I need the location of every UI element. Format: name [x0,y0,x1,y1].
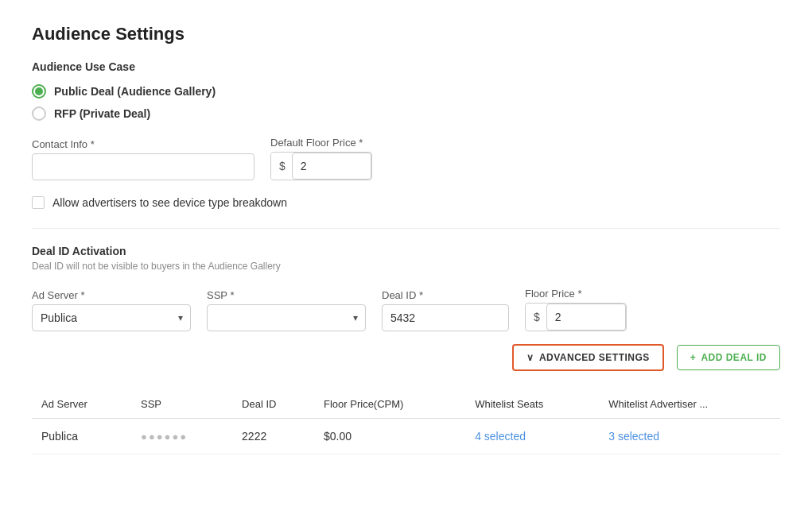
deal-floor-price-wrapper: $ [525,303,627,331]
ad-server-group: Ad Server * Publica Other ▾ [32,289,191,331]
radio-rfp-label: RFP (Private Deal) [54,107,150,120]
cell-floor-price: $0.00 [314,419,465,454]
cell-ssp-masked: ●●●●●● [141,431,188,443]
section-divider [32,228,780,229]
table-body: Publica ●●●●●● 2222 $0.00 4 selected 3 s… [32,419,780,454]
floor-price-input[interactable] [292,153,371,180]
ssp-select[interactable] [207,304,366,331]
table-header: Ad Server SSP Deal ID Floor Price(CPM) W… [32,390,780,419]
advanced-settings-button[interactable]: ∨ ADVANCED SETTINGS [512,344,663,371]
deal-id-activation-subtitle: Deal ID will not be visible to buyers in… [32,261,780,272]
deal-floor-price-label: Floor Price * [525,288,627,300]
cell-whitelist-seats: 4 selected [465,419,599,454]
deal-id-activation-title: Deal ID Activation [32,245,780,257]
contact-floor-price-row: Contact Info * Default Floor Price * $ [32,137,780,180]
ssp-group: SSP * ▾ [207,289,366,331]
ssp-label: SSP * [207,289,366,301]
cell-ssp: ●●●●●● [131,419,232,454]
audience-use-case-radio-group: Public Deal (Audience Gallery) RFP (Priv… [32,84,780,121]
floor-price-group: Default Floor Price * $ [270,137,372,180]
col-floor-price: Floor Price(CPM) [314,390,465,419]
contact-info-label: Contact Info * [32,138,254,150]
table-header-row: Ad Server SSP Deal ID Floor Price(CPM) W… [32,390,780,419]
contact-info-group: Contact Info * [32,138,254,180]
col-deal-id: Deal ID [232,390,314,419]
cell-whitelist-advertiser: 3 selected [599,419,780,454]
deal-table-container: Ad Server SSP Deal ID Floor Price(CPM) W… [32,390,780,454]
advertisers-checkbox-label: Allow advertisers to see device type bre… [52,196,287,209]
deal-id-group: Deal ID * [382,289,509,331]
col-ad-server: Ad Server [32,390,131,419]
col-whitelist-advertiser: Whitelist Advertiser ... [599,390,780,419]
add-deal-id-button[interactable]: + ADD DEAL ID [677,345,780,370]
deal-form-row: Ad Server * Publica Other ▾ SSP * ▾ Deal… [32,288,780,331]
cell-deal-id: 2222 [232,419,314,454]
add-deal-id-label: ADD DEAL ID [701,352,767,363]
advertisers-checkbox[interactable] [32,196,45,209]
deal-floor-price-group: Floor Price * $ [525,288,627,331]
floor-price-label: Default Floor Price * [270,137,372,149]
ad-server-label: Ad Server * [32,289,191,301]
col-ssp: SSP [131,390,232,419]
ad-server-select[interactable]: Publica Other [32,304,191,331]
deal-id-label: Deal ID * [382,289,509,301]
audience-use-case-label: Audience Use Case [32,60,780,73]
radio-rfp-input[interactable] [32,106,46,121]
ssp-select-wrapper: ▾ [207,304,366,331]
page-title: Audience Settings [32,24,780,44]
whitelist-advertiser-link[interactable]: 3 selected [608,430,659,443]
checkbox-row: Allow advertisers to see device type bre… [32,196,780,209]
deal-table: Ad Server SSP Deal ID Floor Price(CPM) W… [32,390,780,454]
radio-public-deal-label: Public Deal (Audience Gallery) [54,85,216,98]
whitelist-seats-link[interactable]: 4 selected [475,430,526,443]
deal-floor-price-input[interactable] [546,304,626,331]
radio-public-deal[interactable]: Public Deal (Audience Gallery) [32,84,780,99]
radio-rfp[interactable]: RFP (Private Deal) [32,106,780,121]
cell-ad-server: Publica [32,419,131,454]
floor-price-wrapper: $ [270,152,372,180]
deal-id-input[interactable] [382,304,509,331]
add-deal-id-plus-icon: + [690,352,697,363]
table-row: Publica ●●●●●● 2222 $0.00 4 selected 3 s… [32,419,780,454]
deal-floor-price-currency: $ [526,304,546,330]
ad-server-select-wrapper: Publica Other ▾ [32,304,191,331]
advanced-settings-chevron-icon: ∨ [526,352,534,363]
col-whitelist-seats: Whitelist Seats [465,390,599,419]
floor-price-currency: $ [271,153,292,179]
advanced-settings-label: ADVANCED SETTINGS [539,352,650,363]
actions-row: ∨ ADVANCED SETTINGS + ADD DEAL ID [32,344,780,371]
contact-info-input[interactable] [32,153,254,180]
radio-public-deal-input[interactable] [32,84,46,99]
